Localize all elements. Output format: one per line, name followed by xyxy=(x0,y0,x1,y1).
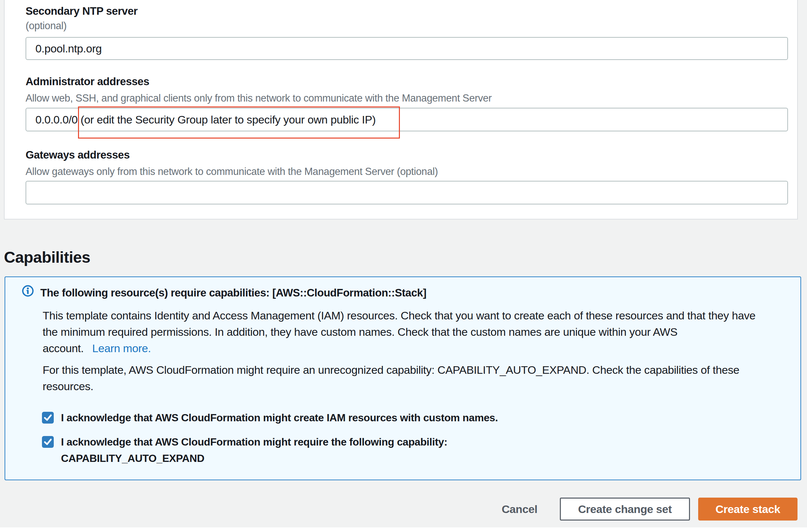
checkmark-icon xyxy=(42,436,54,448)
alert-paragraph1-line1: This template contains Identity and Acce… xyxy=(43,307,755,324)
field-label-administrator-addresses: Administrator addresses xyxy=(25,74,149,89)
alert-paragraph1-line2: the minimum required permissions. In add… xyxy=(43,324,678,340)
auto-expand-checkbox-label-line1: I acknowledge that AWS CloudFormation mi… xyxy=(61,434,447,450)
checkmark-icon xyxy=(42,412,54,423)
create-change-set-button[interactable]: Create change set xyxy=(560,498,690,520)
create-stack-button[interactable]: Create stack xyxy=(698,498,797,520)
alert-paragraph2-line2: resources. xyxy=(43,378,93,394)
iam-custom-names-checkbox-label: I acknowledge that AWS CloudFormation mi… xyxy=(61,410,498,425)
field-optional-hint: (optional) xyxy=(25,19,67,33)
info-icon xyxy=(22,285,34,297)
alert-paragraph1-line3-text: account. xyxy=(43,342,84,355)
footer-strip xyxy=(0,527,807,532)
alert-paragraph1-line3: account.Learn more. xyxy=(43,340,151,356)
field-label-secondary-ntp-server: Secondary NTP server xyxy=(25,4,137,18)
learn-more-link[interactable]: Learn more. xyxy=(92,342,151,355)
field-description-administrator-addresses: Allow web, SSH, and graphical clients on… xyxy=(25,91,492,105)
field-label-gateways-addresses: Gateways addresses xyxy=(25,148,130,162)
auto-expand-checkbox-label-line2: CAPABILITY_AUTO_EXPAND xyxy=(61,451,204,466)
iam-custom-names-checkbox[interactable] xyxy=(42,412,54,423)
create-stack-page: Secondary NTP server (optional) Administ… xyxy=(0,0,807,532)
alert-paragraph2-line1: For this template, AWS CloudFormation mi… xyxy=(43,362,739,378)
field-description-gateways-addresses: Allow gateways only from this network to… xyxy=(25,165,438,178)
gateways-addresses-input[interactable] xyxy=(25,181,788,204)
alert-title: The following resource(s) require capabi… xyxy=(40,286,426,300)
secondary-ntp-server-input[interactable] xyxy=(25,37,788,60)
auto-expand-checkbox[interactable] xyxy=(42,436,54,448)
capabilities-heading: Capabilities xyxy=(4,247,90,268)
cancel-button[interactable]: Cancel xyxy=(498,498,541,520)
red-annotation-box xyxy=(78,107,400,138)
